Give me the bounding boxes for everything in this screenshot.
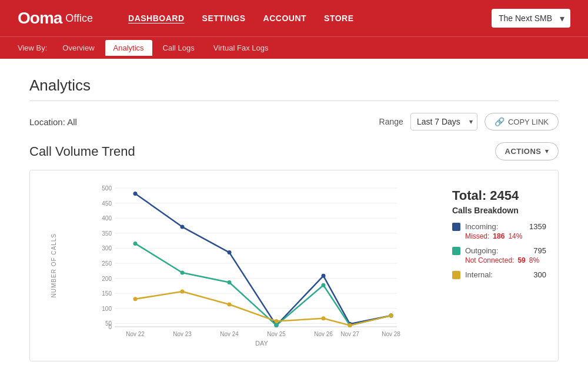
chart-svg-wrapper: 0 50 100 150 200 250 300 350 400 450 500 <box>65 182 435 349</box>
logo-ooma: Ooma <box>18 9 62 28</box>
y-axis-label-col: NUMBER OF CALLS <box>42 182 65 349</box>
not-connected-value: 59 <box>517 256 525 264</box>
svg-point-24 <box>228 250 232 254</box>
svg-text:250: 250 <box>102 260 112 267</box>
chart-section-header: Call Volume Trend ACTIONS ▾ <box>29 142 559 160</box>
svg-text:400: 400 <box>102 215 112 222</box>
missed-row: Missed: 186 14% <box>465 232 546 240</box>
svg-text:450: 450 <box>102 200 112 207</box>
svg-text:150: 150 <box>102 290 112 297</box>
actions-label: ACTIONS <box>505 147 542 156</box>
outgoing-value: 795 <box>533 246 546 255</box>
svg-point-39 <box>275 319 279 323</box>
header: Ooma Office DASHBOARD SETTINGS ACCOUNT S… <box>0 0 588 59</box>
svg-point-30 <box>181 271 185 275</box>
account-selector-wrapper: The Next SMB <box>492 9 570 28</box>
svg-point-38 <box>228 303 232 307</box>
page-title: Analytics <box>29 76 559 95</box>
nav-account[interactable]: ACCOUNT <box>263 11 307 25</box>
chart-area: NUMBER OF CALLS <box>42 182 435 349</box>
incoming-value: 1359 <box>529 222 546 231</box>
range-select[interactable]: Last 7 Days <box>410 113 477 130</box>
svg-text:350: 350 <box>102 230 112 237</box>
svg-text:200: 200 <box>102 276 112 282</box>
incoming-label: Incoming: <box>465 222 498 231</box>
internal-label: Internal: <box>465 270 493 279</box>
actions-chevron-icon: ▾ <box>545 148 549 155</box>
logo: Ooma Office <box>18 9 93 28</box>
outgoing-label: Outgoing: <box>465 246 498 255</box>
svg-text:300: 300 <box>102 245 112 252</box>
svg-text:500: 500 <box>102 185 112 192</box>
not-connected-pct: 8% <box>529 256 539 264</box>
subnav-analytics[interactable]: Analytics <box>105 40 152 56</box>
account-selector[interactable]: The Next SMB <box>492 9 570 28</box>
copy-link-button[interactable]: 🔗 COPY LINK <box>485 113 559 130</box>
y-axis-label: NUMBER OF CALLS <box>51 233 57 297</box>
internal-value: 300 <box>533 270 546 279</box>
svg-point-26 <box>322 274 326 278</box>
subnav-viewby-label: View By: <box>18 43 47 52</box>
svg-text:Nov 24: Nov 24 <box>220 331 239 337</box>
svg-point-22 <box>133 192 138 196</box>
chart-legend: Total: 2454 Calls Breakdown Incoming: 13… <box>440 182 546 349</box>
incoming-swatch <box>452 223 460 231</box>
internal-swatch <box>452 271 460 279</box>
actions-button[interactable]: ACTIONS ▾ <box>495 142 559 160</box>
chart-container: NUMBER OF CALLS <box>29 170 559 361</box>
missed-pct: 14% <box>508 232 522 240</box>
svg-point-23 <box>181 225 185 229</box>
svg-point-37 <box>181 290 185 294</box>
nav-dashboard[interactable]: DASHBOARD <box>128 11 185 25</box>
not-connected-label: Not Connected: <box>465 256 514 264</box>
svg-point-40 <box>322 316 326 320</box>
chart-svg: 0 50 100 150 200 250 300 350 400 450 500 <box>65 182 435 347</box>
logo-office: Office <box>65 12 93 25</box>
link-icon: 🔗 <box>495 117 505 126</box>
nav-store[interactable]: STORE <box>324 11 353 25</box>
svg-point-33 <box>322 283 326 287</box>
range-label: Range <box>379 117 403 126</box>
missed-label: Missed: <box>465 232 489 240</box>
missed-value: 186 <box>493 232 505 240</box>
legend-outgoing: Outgoing: 795 Not Connected: 59 8% <box>452 246 546 264</box>
copy-link-label: COPY LINK <box>508 118 549 126</box>
svg-text:Nov 27: Nov 27 <box>340 331 359 337</box>
main-nav: DASHBOARD SETTINGS ACCOUNT STORE <box>128 11 354 25</box>
chart-inner: NUMBER OF CALLS <box>42 182 435 349</box>
divider <box>29 100 559 101</box>
svg-text:50: 50 <box>105 320 112 327</box>
controls-right: Range Last 7 Days 🔗 COPY LINK <box>379 113 559 130</box>
svg-text:100: 100 <box>102 306 112 312</box>
subnav-calllogs[interactable]: Call Logs <box>155 40 203 56</box>
svg-text:DAY: DAY <box>255 340 268 347</box>
svg-point-36 <box>133 297 138 301</box>
svg-text:Nov 22: Nov 22 <box>126 331 145 337</box>
legend-internal: Internal: 300 <box>452 270 546 279</box>
subnav-faxlogs[interactable]: Virtual Fax Logs <box>205 40 277 56</box>
legend-incoming: Incoming: 1359 Missed: 186 14% <box>452 222 546 240</box>
subnav: View By: Overview Analytics Call Logs Vi… <box>0 36 588 59</box>
svg-text:Nov 23: Nov 23 <box>173 331 192 337</box>
svg-point-41 <box>348 323 352 327</box>
chart-breakdown-title: Calls Breakdown <box>452 206 546 215</box>
outgoing-swatch <box>452 247 460 255</box>
svg-point-42 <box>389 314 393 318</box>
svg-text:Nov 25: Nov 25 <box>267 331 286 337</box>
location-label: Location: All <box>29 117 77 127</box>
range-select-wrapper: Last 7 Days <box>410 113 477 130</box>
nav-settings[interactable]: SETTINGS <box>202 11 246 25</box>
svg-point-31 <box>228 280 232 284</box>
chart-title: Call Volume Trend <box>29 144 135 159</box>
controls-row: Location: All Range Last 7 Days 🔗 COPY L… <box>29 113 559 130</box>
svg-text:Nov 28: Nov 28 <box>382 331 400 337</box>
main-content: Analytics Location: All Range Last 7 Day… <box>0 59 588 372</box>
chart-total: Total: 2454 <box>452 188 546 203</box>
svg-point-29 <box>133 242 138 246</box>
not-connected-row: Not Connected: 59 8% <box>465 256 546 264</box>
subnav-overview[interactable]: Overview <box>54 40 102 56</box>
svg-text:Nov 26: Nov 26 <box>314 331 333 337</box>
svg-point-32 <box>275 323 279 327</box>
